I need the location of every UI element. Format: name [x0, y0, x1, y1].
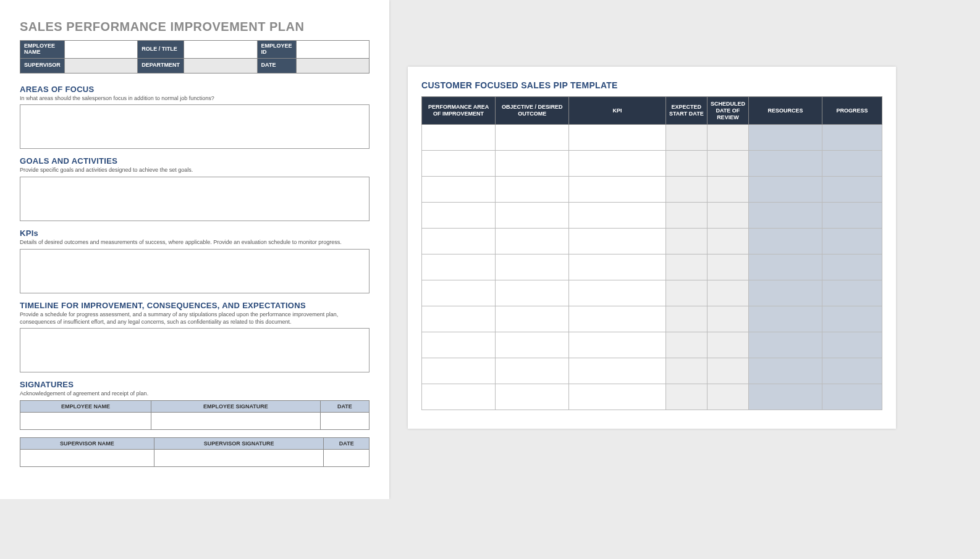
grid-cell[interactable] — [748, 358, 822, 384]
grid-cell[interactable] — [665, 254, 707, 280]
grid-cell[interactable] — [707, 229, 748, 254]
grid-cell[interactable] — [748, 151, 822, 177]
grid-cell[interactable] — [569, 125, 665, 151]
grid-cell[interactable] — [748, 177, 822, 203]
kpi-input[interactable] — [20, 249, 370, 293]
grid-cell[interactable] — [665, 280, 707, 306]
grid-cell[interactable] — [822, 306, 882, 332]
grid-cell[interactable] — [707, 384, 748, 410]
grid-cell[interactable] — [707, 332, 748, 358]
focus-input[interactable] — [20, 104, 370, 149]
grid-cell[interactable] — [665, 358, 707, 384]
grid-cell[interactable] — [569, 332, 665, 358]
grid-cell[interactable] — [422, 358, 496, 384]
grid-cell[interactable] — [496, 177, 569, 203]
grid-cell[interactable] — [707, 177, 748, 203]
sig-sup-sig-header: SUPERVISOR SIGNATURE — [154, 437, 324, 449]
input-department[interactable] — [184, 58, 257, 73]
grid-cell[interactable] — [822, 384, 882, 410]
grid-cell[interactable] — [496, 229, 569, 254]
grid-cell[interactable] — [748, 384, 822, 410]
grid-cell[interactable] — [748, 125, 822, 151]
sig-emp-sig-input[interactable] — [151, 412, 320, 429]
grid-cell[interactable] — [569, 306, 665, 332]
sig-sup-date-input[interactable] — [324, 449, 370, 466]
grid-cell[interactable] — [665, 151, 707, 177]
grid-cell[interactable] — [822, 332, 882, 358]
grid-cell[interactable] — [422, 203, 496, 229]
grid-cell[interactable] — [707, 151, 748, 177]
grid-cell[interactable] — [707, 306, 748, 332]
grid-cell[interactable] — [496, 151, 569, 177]
grid-cell[interactable] — [569, 254, 665, 280]
grid-cell[interactable] — [748, 306, 822, 332]
grid-cell[interactable] — [822, 229, 882, 254]
grid-cell[interactable] — [665, 229, 707, 254]
input-date[interactable] — [296, 58, 369, 73]
grid-cell[interactable] — [707, 254, 748, 280]
grid-cell[interactable] — [496, 125, 569, 151]
grid-cell[interactable] — [496, 280, 569, 306]
grid-cell[interactable] — [496, 254, 569, 280]
grid-cell[interactable] — [822, 254, 882, 280]
grid-cell[interactable] — [707, 125, 748, 151]
grid-cell[interactable] — [422, 332, 496, 358]
focus-desc: In what areas should the salesperson foc… — [20, 95, 370, 103]
grid-cell[interactable] — [496, 306, 569, 332]
grid-cell[interactable] — [496, 358, 569, 384]
sig-emp-date-input[interactable] — [320, 412, 369, 429]
grid-cell[interactable] — [822, 177, 882, 203]
table-row — [422, 151, 882, 177]
table-row — [422, 306, 882, 332]
grid-cell[interactable] — [748, 254, 822, 280]
grid-cell[interactable] — [569, 229, 665, 254]
grid-cell[interactable] — [569, 280, 665, 306]
grid-cell[interactable] — [496, 203, 569, 229]
grid-cell[interactable] — [748, 332, 822, 358]
grid-cell[interactable] — [496, 332, 569, 358]
grid-cell[interactable] — [822, 358, 882, 384]
grid-cell[interactable] — [665, 125, 707, 151]
grid-cell[interactable] — [569, 151, 665, 177]
grid-cell[interactable] — [569, 358, 665, 384]
input-employee-name[interactable] — [64, 41, 137, 59]
grid-cell[interactable] — [707, 280, 748, 306]
grid-cell[interactable] — [665, 203, 707, 229]
grid-cell[interactable] — [822, 280, 882, 306]
input-supervisor[interactable] — [64, 58, 137, 73]
input-employee-id[interactable] — [296, 41, 369, 59]
grid-cell[interactable] — [569, 203, 665, 229]
grid-cell[interactable] — [422, 306, 496, 332]
grid-cell[interactable] — [665, 177, 707, 203]
timeline-input[interactable] — [20, 328, 370, 372]
grid-cell[interactable] — [422, 384, 496, 410]
grid-cell[interactable] — [496, 384, 569, 410]
input-role-title[interactable] — [184, 41, 257, 59]
grid-cell[interactable] — [707, 358, 748, 384]
grid-cell[interactable] — [422, 229, 496, 254]
sig-sup-sig-input[interactable] — [154, 449, 324, 466]
grid-cell[interactable] — [569, 177, 665, 203]
sig-sup-name-input[interactable] — [20, 449, 154, 466]
grid-cell[interactable] — [422, 125, 496, 151]
grid-cell[interactable] — [422, 151, 496, 177]
col-start: EXPECTED START DATE — [665, 97, 707, 125]
grid-cell[interactable] — [748, 229, 822, 254]
grid-cell[interactable] — [422, 280, 496, 306]
grid-cell[interactable] — [822, 203, 882, 229]
grid-cell[interactable] — [665, 306, 707, 332]
sig-emp-name-input[interactable] — [20, 412, 151, 429]
main-title: SALES PERFORMANCE IMPROVEMENT PLAN — [20, 20, 370, 34]
grid-cell[interactable] — [665, 332, 707, 358]
label-role-title: ROLE / TITLE — [138, 41, 184, 59]
grid-cell[interactable] — [748, 203, 822, 229]
grid-cell[interactable] — [822, 151, 882, 177]
grid-cell[interactable] — [748, 280, 822, 306]
grid-cell[interactable] — [822, 125, 882, 151]
grid-cell[interactable] — [707, 203, 748, 229]
grid-cell[interactable] — [422, 177, 496, 203]
goals-input[interactable] — [20, 177, 370, 221]
grid-cell[interactable] — [422, 254, 496, 280]
grid-cell[interactable] — [665, 384, 707, 410]
grid-cell[interactable] — [569, 384, 665, 410]
